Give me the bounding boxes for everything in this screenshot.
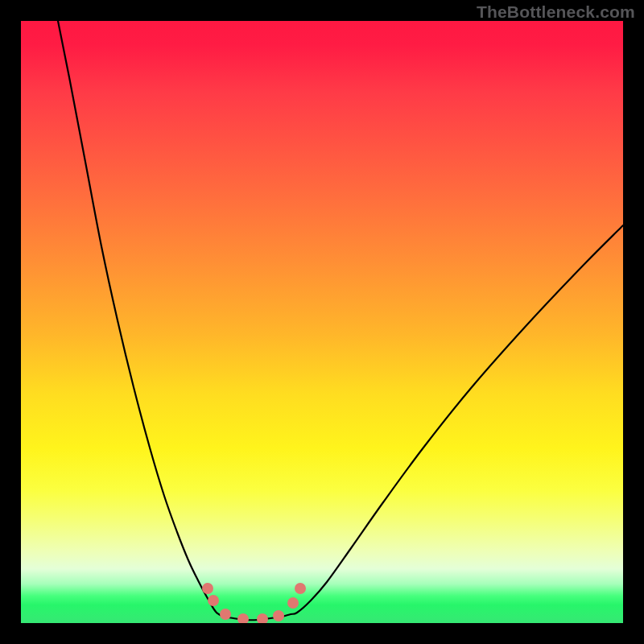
marker-dot: [257, 613, 268, 623]
marker-dot: [202, 583, 213, 594]
watermark-text: TheBottleneck.com: [477, 2, 635, 22]
marker-dot: [287, 597, 299, 609]
marker-dot: [273, 610, 284, 621]
trough-markers: [202, 583, 306, 623]
chart-frame: TheBottleneck.com: [0, 0, 644, 644]
marker-dot: [220, 609, 231, 620]
plot-area: [21, 21, 623, 623]
marker-dot: [237, 613, 249, 623]
marker-dot: [208, 595, 219, 606]
bottleneck-curve: [58, 21, 623, 620]
marker-dot: [295, 583, 306, 594]
curve-layer: [21, 21, 623, 623]
